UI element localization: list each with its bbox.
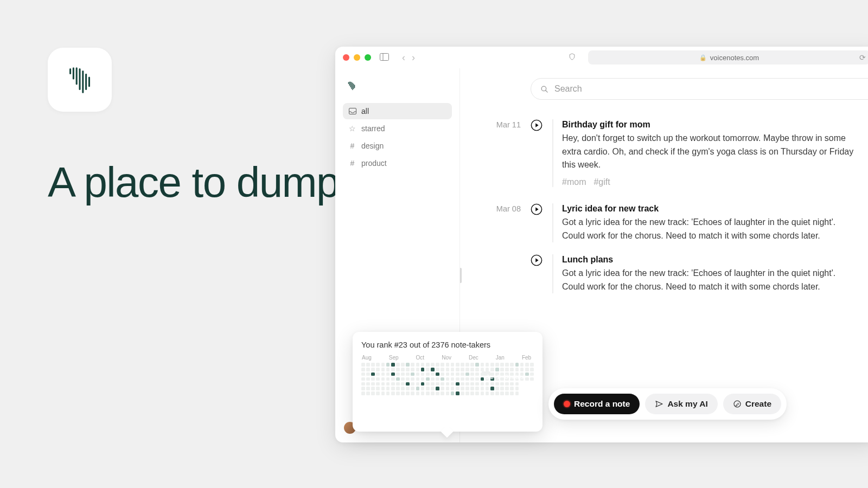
heatmap-cell[interactable] [406, 391, 410, 395]
sidebar-item-starred[interactable]: ☆ starred [343, 120, 452, 137]
heatmap-cell[interactable] [510, 391, 514, 395]
heatmap-cell[interactable] [426, 377, 430, 381]
heatmap-cell[interactable] [495, 363, 499, 367]
heatmap-cell[interactable] [371, 373, 375, 376]
heatmap-cell[interactable] [481, 363, 484, 367]
heatmap-cell[interactable] [381, 363, 385, 367]
heatmap-cell[interactable] [456, 382, 459, 386]
heatmap-cell[interactable] [525, 373, 529, 376]
heatmap-cell[interactable] [505, 387, 509, 390]
heatmap-cell[interactable] [421, 368, 425, 371]
heatmap-cell[interactable] [396, 382, 400, 386]
close-window-icon[interactable] [343, 54, 349, 61]
heatmap-cell[interactable] [436, 391, 439, 395]
play-button[interactable] [531, 203, 542, 215]
heatmap-cell[interactable] [376, 368, 380, 371]
heatmap-cell[interactable] [490, 391, 494, 395]
heatmap-cell[interactable] [486, 391, 489, 395]
heatmap-cell[interactable] [505, 368, 509, 371]
sidebar-item-product[interactable]: # product [343, 155, 452, 171]
privacy-report-icon[interactable] [568, 53, 576, 63]
play-button[interactable] [531, 254, 542, 266]
heatmap-cell[interactable] [431, 387, 435, 390]
heatmap-cell[interactable] [461, 391, 464, 395]
heatmap-cell[interactable] [451, 363, 455, 367]
create-button[interactable]: Create [723, 394, 781, 414]
heatmap-cell[interactable] [371, 382, 375, 386]
heatmap-cell[interactable] [431, 368, 435, 371]
maximize-window-icon[interactable] [365, 54, 371, 61]
heatmap-cell[interactable] [386, 377, 390, 381]
heatmap-cell[interactable] [436, 363, 439, 367]
heatmap-cell[interactable] [381, 391, 385, 395]
heatmap-cell[interactable] [475, 368, 479, 371]
heatmap-cell[interactable] [366, 387, 370, 390]
heatmap-cell[interactable] [451, 377, 455, 381]
heatmap-cell[interactable] [475, 363, 479, 367]
heatmap-cell[interactable] [465, 377, 469, 381]
heatmap-cell[interactable] [361, 391, 365, 395]
heatmap-cell[interactable] [525, 377, 529, 381]
heatmap-cell[interactable] [461, 363, 464, 367]
heatmap-cell[interactable] [376, 373, 380, 376]
heatmap-cell[interactable] [396, 387, 400, 390]
heatmap-cell[interactable] [446, 373, 450, 376]
heatmap-cell[interactable] [366, 382, 370, 386]
heatmap-cell[interactable] [510, 368, 514, 371]
heatmap-cell[interactable] [401, 382, 405, 386]
heatmap-cell[interactable] [406, 368, 410, 371]
play-button[interactable] [531, 119, 542, 131]
heatmap-cell[interactable] [431, 391, 435, 395]
heatmap-cell[interactable] [495, 387, 499, 390]
heatmap-cell[interactable] [366, 373, 370, 376]
heatmap-cell[interactable] [515, 363, 519, 367]
heatmap-cell[interactable] [406, 387, 410, 390]
heatmap-cell[interactable] [416, 391, 420, 395]
heatmap-cell[interactable] [490, 387, 494, 390]
heatmap-cell[interactable] [465, 373, 469, 376]
heatmap-cell[interactable] [490, 368, 494, 371]
window-controls[interactable] [343, 54, 371, 61]
heatmap-cell[interactable] [510, 382, 514, 386]
heatmap-cell[interactable] [421, 391, 425, 395]
heatmap-cell[interactable] [525, 363, 529, 367]
heatmap-cell[interactable] [386, 373, 390, 376]
heatmap-cell[interactable] [465, 387, 469, 390]
heatmap-cell[interactable] [495, 391, 499, 395]
heatmap-cell[interactable] [381, 368, 385, 371]
heatmap-cell[interactable] [515, 368, 519, 371]
heatmap-cell[interactable] [475, 377, 479, 381]
heatmap-cell[interactable] [505, 382, 509, 386]
heatmap-cell[interactable] [411, 387, 414, 390]
heatmap-cell[interactable] [486, 368, 489, 371]
heatmap-cell[interactable] [431, 373, 435, 376]
heatmap-cell[interactable] [386, 382, 390, 386]
heatmap-cell[interactable] [441, 368, 444, 371]
heatmap-cell[interactable] [470, 363, 474, 367]
heatmap-cell[interactable] [475, 387, 479, 390]
heatmap-cell[interactable] [470, 391, 474, 395]
heatmap-cell[interactable] [361, 363, 365, 367]
record-note-button[interactable]: Record a note [554, 394, 640, 414]
heatmap-cell[interactable] [381, 373, 385, 376]
heatmap-cell[interactable] [481, 387, 484, 390]
heatmap-cell[interactable] [416, 387, 420, 390]
sidebar-item-design[interactable]: # design [343, 138, 452, 154]
heatmap-cell[interactable] [416, 382, 420, 386]
heatmap-cell[interactable] [391, 373, 395, 376]
heatmap-cell[interactable] [465, 382, 469, 386]
heatmap-cell[interactable] [486, 363, 489, 367]
heatmap-cell[interactable] [436, 382, 439, 386]
sidebar-item-all[interactable]: all [343, 103, 452, 119]
heatmap-cell[interactable] [461, 377, 464, 381]
heatmap-cell[interactable] [481, 368, 484, 371]
heatmap-cell[interactable] [426, 391, 430, 395]
heatmap-cell[interactable] [465, 368, 469, 371]
heatmap-cell[interactable] [361, 377, 365, 381]
heatmap-cell[interactable] [431, 377, 435, 381]
heatmap-cell[interactable] [470, 382, 474, 386]
heatmap-cell[interactable] [361, 373, 365, 376]
heatmap-cell[interactable] [515, 382, 519, 386]
heatmap-cell[interactable] [475, 391, 479, 395]
heatmap-cell[interactable] [421, 363, 425, 367]
